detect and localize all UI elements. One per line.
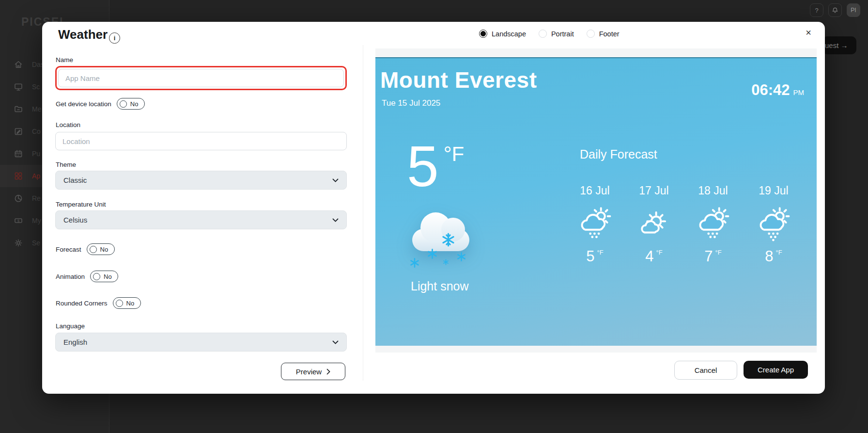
gear-icon (14, 238, 23, 248)
chevron-down-icon (332, 218, 339, 222)
device-location-label: Get device location (56, 100, 111, 108)
radio-landscape[interactable]: Landscape (479, 30, 526, 38)
chevron-down-icon (332, 178, 339, 182)
theme-select[interactable]: Classic (55, 171, 347, 190)
current-temperature: 5 °F (407, 142, 464, 192)
cancel-button[interactable]: Cancel (674, 361, 737, 380)
snowflake-icon (427, 248, 438, 259)
topbar-actions: ? PI (810, 3, 860, 17)
app-name-input[interactable] (58, 69, 344, 87)
name-label: Name (56, 56, 73, 64)
screen: PICSEL Das Sc Me Co Pu (0, 0, 868, 433)
snowflake-icon (456, 252, 466, 262)
request-button-partial[interactable]: uest → (822, 36, 856, 54)
snowflake-icon (409, 257, 420, 268)
animation-label: Animation (56, 273, 85, 280)
sidebar-item-label: Co (32, 128, 41, 135)
calendar-icon (14, 149, 23, 159)
forecast-row: Forecast No (56, 243, 115, 255)
sidebar-item-label: Me (32, 105, 41, 113)
preview-frame-bottom (375, 346, 817, 353)
radio-dot-icon (479, 30, 487, 38)
folder-icon (14, 104, 23, 114)
weather-app-modal: Weather i Landscape Portrait Footer × Na… (42, 22, 825, 394)
snowflake-icon (443, 259, 449, 265)
preview-date: Tue 15 Jul 2025 (382, 98, 440, 108)
pie-chart-icon (14, 193, 23, 203)
toggle-knob-icon (120, 100, 127, 108)
home-icon (14, 60, 23, 69)
sidebar-item-label: Sc (32, 83, 40, 91)
forecast-day: 18 Jul 7 °F (686, 184, 740, 265)
device-location-toggle[interactable]: No (117, 98, 145, 110)
rounded-corners-label: Rounded Corners (56, 300, 108, 307)
chevron-right-icon (326, 369, 330, 375)
snowflake-icon (441, 232, 456, 247)
radio-dot-icon (587, 30, 595, 38)
monitor-icon (14, 82, 23, 92)
bell-icon (832, 7, 838, 14)
forecast-day: 19 Jul 8 °F (746, 184, 801, 265)
edit-icon (14, 127, 23, 136)
forecast-temp: 7 °F (704, 248, 721, 265)
preview-frame-top (375, 48, 817, 57)
forecast-day: 17 Jul 4 °F (627, 184, 681, 265)
info-icon[interactable]: i (109, 32, 120, 44)
toggle-knob-icon (93, 273, 100, 280)
forecast-temp: 5 °F (586, 248, 603, 265)
device-location-row: Get device location No (56, 98, 145, 110)
help-button[interactable]: ? (810, 3, 823, 17)
theme-label: Theme (56, 161, 76, 168)
sidebar-item-label: Pu (32, 150, 40, 158)
location-input[interactable] (55, 132, 347, 150)
avatar[interactable]: PI (847, 3, 860, 17)
location-field (55, 132, 347, 150)
sun-cloud-icon (636, 206, 672, 241)
forecast-day: 16 Jul 5 °F (568, 184, 622, 265)
forecast-label: Forecast (56, 246, 81, 253)
radio-portrait[interactable]: Portrait (539, 30, 574, 38)
radio-footer[interactable]: Footer (587, 30, 620, 38)
pane-divider (363, 45, 363, 381)
help-icon: ? (815, 7, 818, 14)
toggle-knob-icon (116, 300, 123, 307)
temperature-unit-label: Temperature Unit (56, 201, 106, 208)
name-field-highlight (55, 66, 347, 90)
create-app-button[interactable]: Create App (744, 361, 808, 379)
rounded-corners-row: Rounded Corners No (56, 297, 141, 309)
toggle-knob-icon (90, 246, 97, 253)
cloud-sun-snow-icon (577, 206, 613, 241)
notifications-button[interactable] (828, 3, 842, 17)
location-label: Location (56, 121, 80, 128)
animation-toggle[interactable]: No (90, 271, 118, 282)
apps-grid-icon (14, 171, 23, 181)
temperature-unit-select[interactable]: Celsius (55, 210, 347, 229)
cloud-sun-snow-icon (695, 206, 731, 241)
daily-forecast-title: Daily Forecast (580, 147, 657, 161)
language-select[interactable]: English (55, 333, 347, 352)
radio-dot-icon (539, 30, 547, 38)
orientation-radio-group: Landscape Portrait Footer (479, 30, 620, 38)
sidebar-item-label: Se (32, 239, 40, 247)
language-label: Language (56, 322, 85, 330)
sidebar-item-label: Re (32, 194, 41, 202)
page-title: Weather (58, 27, 108, 42)
close-icon[interactable]: × (806, 28, 811, 37)
current-condition: Light snow (411, 279, 469, 293)
preview-location-name: Mount Everest (380, 67, 537, 93)
chevron-down-icon (332, 340, 339, 344)
forecast-toggle[interactable]: No (87, 243, 115, 255)
preview-button[interactable]: Preview (281, 363, 345, 380)
preview-time: 06:42 PM (751, 81, 804, 99)
animation-row: Animation No (56, 271, 118, 282)
sidebar-item-label: My (32, 217, 41, 225)
cloud-sun-snow-icon (756, 206, 791, 241)
ticket-dollar-icon: $ (14, 216, 23, 225)
rounded-corners-toggle[interactable]: No (113, 297, 141, 309)
sidebar-item-label: Ap (32, 172, 40, 180)
weather-preview-card: Mount Everest Tue 15 Jul 2025 06:42 PM 5… (375, 57, 817, 346)
forecast-temp: 4 °F (645, 248, 662, 265)
forecast-temp: 8 °F (765, 248, 782, 265)
